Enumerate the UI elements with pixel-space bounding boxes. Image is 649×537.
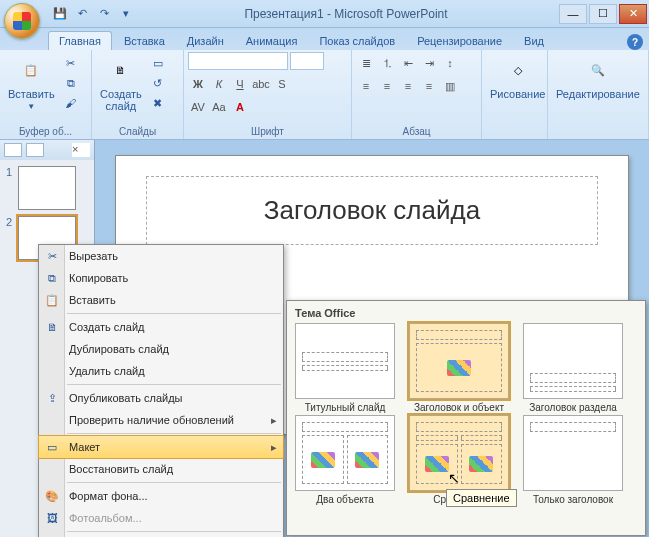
group-paragraph-label: Абзац [356, 125, 477, 138]
chevron-right-icon: ▸ [271, 441, 277, 454]
chevron-right-icon: ▸ [271, 414, 277, 427]
tab-animation[interactable]: Анимация [236, 32, 308, 50]
scissors-icon: ✂ [43, 247, 61, 265]
copy-icon[interactable]: ⧉ [62, 74, 80, 92]
charspace-button[interactable]: AV [188, 98, 208, 116]
copy-icon: ⧉ [43, 269, 61, 287]
ctx-paste[interactable]: 📋Вставить [39, 289, 283, 311]
format-icon: 🎨 [43, 487, 61, 505]
ctx-check-updates[interactable]: Проверить наличие обновлений▸ [39, 409, 283, 431]
italic-button[interactable]: К [209, 75, 229, 93]
reset-icon[interactable]: ↺ [149, 74, 167, 92]
redo-icon[interactable]: ↷ [96, 6, 112, 22]
cut-icon[interactable]: ✂ [62, 54, 80, 72]
bullets-button[interactable]: ≣ [356, 54, 376, 72]
ctx-new-slide[interactable]: 🗎Создать слайд [39, 316, 283, 338]
group-clipboard-label: Буфер об... [4, 125, 87, 138]
strike-button[interactable]: abc [251, 75, 271, 93]
tooltip: Сравнение [446, 489, 517, 507]
qat-dropdown-icon[interactable]: ▾ [118, 6, 134, 22]
paste-button[interactable]: 📋 Вставить ▼ [4, 52, 59, 113]
close-pane-icon[interactable]: × [72, 143, 90, 157]
bold-button[interactable]: Ж [188, 75, 208, 93]
tab-review[interactable]: Рецензирование [407, 32, 512, 50]
layout-title-content[interactable]: Заголовок и объект [407, 323, 511, 413]
outline-tab-icon[interactable] [26, 143, 44, 157]
tab-home[interactable]: Главная [48, 31, 112, 50]
album-icon: 🖼 [43, 509, 61, 527]
slide-thumb[interactable]: 1 [6, 166, 88, 210]
group-font-label: Шрифт [188, 125, 347, 138]
tab-slideshow[interactable]: Показ слайдов [309, 32, 405, 50]
layout-section-header[interactable]: Заголовок раздела [521, 323, 625, 413]
font-size-combo[interactable] [290, 52, 324, 70]
ctx-format-background[interactable]: 🎨Формат фона... [39, 485, 283, 507]
publish-icon: ⇪ [43, 389, 61, 407]
office-button[interactable] [4, 3, 40, 39]
align-left-button[interactable]: ≡ [356, 77, 376, 95]
ctx-cut[interactable]: ✂Вырезать [39, 245, 283, 267]
ctx-layout[interactable]: ▭Макет▸ [39, 436, 283, 458]
find-icon: 🔍 [582, 54, 614, 86]
fontcolor-button[interactable]: A [230, 98, 250, 116]
ctx-photo-album: 🖼Фотоальбом... [39, 507, 283, 529]
layout-icon[interactable]: ▭ [149, 54, 167, 72]
group-slides-label: Слайды [96, 125, 179, 138]
title-placeholder[interactable]: Заголовок слайда [146, 176, 598, 245]
layout-title-slide[interactable]: Титульный слайд [293, 323, 397, 413]
paste-icon: 📋 [43, 291, 61, 309]
shadow-button[interactable]: S [272, 75, 292, 93]
tab-view[interactable]: Вид [514, 32, 554, 50]
numbering-button[interactable]: ⒈ [377, 54, 397, 72]
delete-slide-icon[interactable]: ✖ [149, 94, 167, 112]
align-center-button[interactable]: ≡ [377, 77, 397, 95]
indent-dec-button[interactable]: ⇤ [398, 54, 418, 72]
gallery-header: Тема Office [293, 305, 639, 323]
layout-two-content[interactable]: Два объекта [293, 415, 397, 505]
indent-inc-button[interactable]: ⇥ [419, 54, 439, 72]
format-painter-icon[interactable]: 🖌 [62, 94, 80, 112]
drawing-button[interactable]: ◇ Рисование [486, 52, 549, 102]
undo-icon[interactable]: ↶ [74, 6, 90, 22]
new-slide-icon: 🗎 [105, 54, 137, 86]
save-icon[interactable]: 💾 [52, 6, 68, 22]
minimize-button[interactable]: — [559, 4, 587, 24]
ctx-duplicate-slide[interactable]: Дублировать слайд [39, 338, 283, 360]
new-slide-button[interactable]: 🗎 Создать слайд [96, 52, 146, 114]
maximize-button[interactable]: ☐ [589, 4, 617, 24]
justify-button[interactable]: ≡ [419, 77, 439, 95]
linespacing-button[interactable]: ↕ [440, 54, 460, 72]
editing-button[interactable]: 🔍 Редактирование [552, 52, 644, 102]
ctx-copy[interactable]: ⧉Копировать [39, 267, 283, 289]
window-title: Презентация1 - Microsoft PowerPoint [134, 7, 558, 21]
ctx-delete-slide[interactable]: Удалить слайд [39, 360, 283, 382]
layout-title-only[interactable]: Только заголовок [521, 415, 625, 505]
ctx-publish-slides[interactable]: ⇪Опубликовать слайды [39, 387, 283, 409]
clipboard-icon: 📋 [15, 54, 47, 86]
new-slide-icon: 🗎 [43, 318, 61, 336]
content-icon [447, 360, 471, 376]
close-button[interactable]: ✕ [619, 4, 647, 24]
ctx-reset-slide[interactable]: Восстановить слайд [39, 458, 283, 480]
columns-button[interactable]: ▥ [440, 77, 460, 95]
font-name-combo[interactable] [188, 52, 288, 70]
align-right-button[interactable]: ≡ [398, 77, 418, 95]
context-menu: ✂Вырезать ⧉Копировать 📋Вставить 🗎Создать… [38, 244, 284, 537]
tab-insert[interactable]: Вставка [114, 32, 175, 50]
layout-icon: ▭ [43, 438, 61, 456]
slides-tab-icon[interactable] [4, 143, 22, 157]
tab-design[interactable]: Дизайн [177, 32, 234, 50]
shapes-icon: ◇ [502, 54, 534, 86]
underline-button[interactable]: Ч [230, 75, 250, 93]
help-icon[interactable]: ? [627, 34, 643, 50]
changecase-button[interactable]: Aa [209, 98, 229, 116]
